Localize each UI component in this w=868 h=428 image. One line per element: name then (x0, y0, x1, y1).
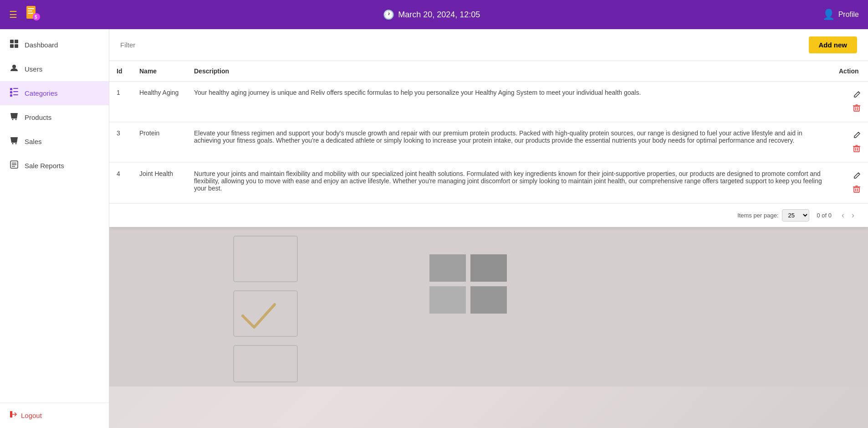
header-left: ☰ $ (9, 5, 41, 25)
svg-rect-31 (854, 147, 859, 152)
svg-rect-2 (28, 10, 32, 11)
svg-rect-46 (470, 254, 507, 282)
logout-label: Logout (21, 412, 42, 419)
cell-name: Healthy Aging (132, 82, 187, 122)
app-header: ☰ $ 🕐 March 20, 2024, 12:05 👤 Profile (0, 0, 868, 29)
col-header-action: Action (832, 61, 868, 82)
page-navigation: ‹ › (839, 210, 857, 221)
products-icon (9, 112, 19, 123)
header-datetime: 🕐 March 20, 2024, 12:05 (383, 9, 480, 20)
sidebar-item-products[interactable]: Products (0, 105, 109, 129)
svg-rect-47 (429, 286, 466, 314)
clock-icon: 🕐 (383, 9, 394, 20)
svg-rect-22 (12, 163, 16, 164)
sale-reports-icon (9, 160, 19, 171)
svg-rect-14 (13, 91, 18, 92)
edit-button[interactable] (853, 91, 861, 101)
cell-action (832, 163, 868, 203)
users-icon (9, 63, 19, 75)
sidebar-nav: Dashboard Users Categories Products (0, 29, 109, 402)
cell-name: Protein (132, 122, 187, 163)
delete-button[interactable] (853, 144, 861, 155)
filter-row: Add new (109, 29, 868, 61)
cell-action (832, 122, 868, 163)
cell-description: Your healthy aging journey is unique and… (187, 82, 832, 122)
svg-rect-9 (15, 44, 18, 48)
svg-rect-45 (429, 254, 466, 282)
profile-icon: 👤 (822, 9, 835, 21)
logo-icon: $ (25, 5, 41, 25)
svg-rect-11 (10, 88, 12, 90)
sidebar: Dashboard Users Categories Products (0, 29, 109, 428)
dashboard-icon (9, 39, 19, 51)
categories-icon (9, 88, 19, 99)
svg-rect-3 (28, 13, 33, 14)
edit-button[interactable] (853, 172, 861, 182)
sidebar-item-users[interactable]: Users (0, 57, 109, 81)
sidebar-item-dashboard[interactable]: Dashboard (0, 33, 109, 57)
delete-button[interactable] (853, 104, 861, 114)
table-header-row: Id Name Description Action (109, 61, 868, 82)
svg-rect-36 (854, 187, 859, 192)
sidebar-categories-label: Categories (25, 89, 58, 97)
items-per-page-select[interactable]: 25 10 50 100 (782, 209, 809, 222)
items-per-page-group: Items per page: 25 10 50 100 (737, 209, 809, 222)
cell-description: Elevate your fitness regimen and support… (187, 122, 832, 163)
logout-button[interactable]: Logout (9, 410, 100, 421)
items-per-page-label: Items per page: (737, 212, 778, 219)
sidebar-dashboard-label: Dashboard (25, 41, 58, 49)
main-layout: Dashboard Users Categories Products (0, 29, 868, 428)
bg-bottom (109, 227, 868, 387)
svg-rect-26 (854, 106, 859, 111)
logo: $ (25, 5, 41, 25)
cell-id: 1 (109, 82, 132, 122)
delete-button[interactable] (853, 185, 861, 196)
svg-rect-7 (15, 40, 18, 43)
sidebar-item-sale-reports[interactable]: Sale Reports (0, 154, 109, 178)
prev-page-button[interactable]: ‹ (839, 210, 847, 221)
sidebar-users-label: Users (25, 65, 42, 73)
sidebar-sales-label: Sales (25, 138, 42, 145)
col-header-name: Name (132, 61, 187, 82)
svg-rect-16 (13, 94, 18, 95)
cell-description: Nurture your joints and maintain flexibi… (187, 163, 832, 203)
edit-button[interactable] (853, 131, 861, 142)
sidebar-item-sales[interactable]: Sales (0, 129, 109, 154)
sidebar-item-categories[interactable]: Categories (0, 81, 109, 105)
add-new-button[interactable]: Add new (809, 36, 858, 53)
svg-point-10 (12, 65, 16, 68)
svg-point-18 (15, 119, 17, 120)
next-page-button[interactable]: › (849, 210, 857, 221)
profile-button[interactable]: 👤 Profile (822, 9, 859, 21)
cell-id: 4 (109, 163, 132, 203)
col-header-description: Description (187, 61, 832, 82)
cell-id: 3 (109, 122, 132, 163)
svg-point-17 (12, 119, 14, 120)
pagination-row: Items per page: 25 10 50 100 0 of 0 ‹ › (109, 203, 868, 227)
svg-rect-24 (12, 166, 15, 167)
cell-name: Joint Health (132, 163, 187, 203)
cell-action (832, 82, 868, 122)
svg-point-20 (15, 143, 17, 144)
sidebar-sale-reports-label: Sale Reports (25, 162, 64, 170)
table-row: 3 Protein Elevate your fitness regimen a… (109, 122, 868, 163)
svg-point-19 (12, 143, 14, 144)
logout-icon (9, 410, 17, 421)
sales-icon (9, 136, 19, 147)
svg-rect-23 (12, 165, 16, 165)
table-row: 1 Healthy Aging Your healthy aging journ… (109, 82, 868, 122)
svg-rect-15 (10, 94, 12, 97)
sidebar-products-label: Products (25, 113, 51, 121)
datetime-text: March 20, 2024, 12:05 (398, 10, 480, 20)
content-area: Add new Id Name Description Action 1 Hea… (109, 29, 868, 428)
filter-input[interactable] (120, 41, 809, 49)
profile-label: Profile (838, 10, 859, 19)
svg-rect-1 (28, 8, 34, 9)
table-row: 4 Joint Health Nurture your joints and m… (109, 163, 868, 203)
categories-table: Id Name Description Action 1 Healthy Agi… (109, 61, 868, 203)
menu-icon[interactable]: ☰ (9, 9, 17, 20)
sidebar-footer: Logout (0, 402, 109, 428)
svg-rect-8 (10, 44, 14, 48)
page-info: 0 of 0 (817, 212, 832, 219)
svg-rect-6 (10, 40, 14, 43)
